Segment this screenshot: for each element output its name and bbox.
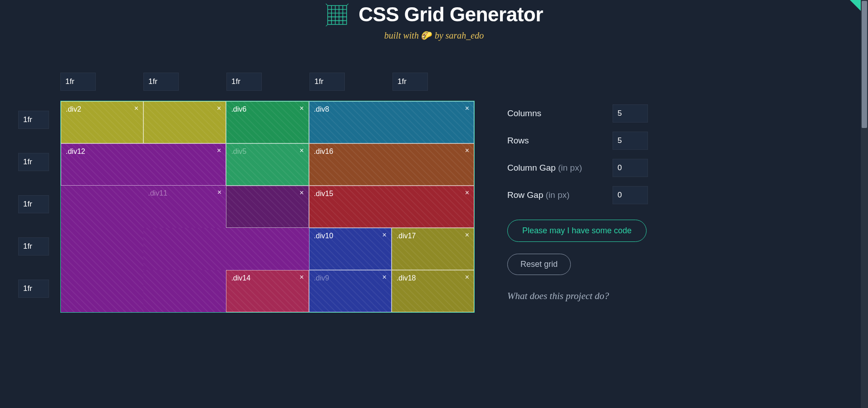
- columns-label: Columns: [507, 108, 541, 118]
- placed-label: .div14: [231, 274, 250, 282]
- rows-input[interactable]: [613, 132, 648, 150]
- close-icon[interactable]: ×: [299, 104, 304, 113]
- close-icon[interactable]: ×: [299, 147, 304, 155]
- row-unit-input-4[interactable]: [18, 280, 49, 298]
- close-icon[interactable]: ×: [465, 273, 469, 281]
- placed-label: .div8: [314, 105, 329, 113]
- close-icon[interactable]: ×: [217, 147, 221, 155]
- placed-item[interactable]: ×: [143, 101, 226, 143]
- placed-label: .div17: [397, 232, 416, 240]
- placed-label: .div2: [66, 105, 81, 113]
- close-icon[interactable]: ×: [465, 147, 469, 155]
- placed-item[interactable]: [143, 228, 309, 270]
- column-unit-input-3[interactable]: [309, 73, 345, 91]
- scrollbar-track[interactable]: [861, 0, 868, 408]
- placed-label: .div9: [314, 274, 329, 282]
- taco-icon: 🌮: [421, 30, 432, 40]
- column-unit-row: [60, 73, 476, 91]
- author-link[interactable]: sarah_edo: [446, 30, 484, 40]
- placed-item[interactable]: .div11×: [143, 186, 226, 228]
- close-icon[interactable]: ×: [217, 104, 221, 113]
- placed-item[interactable]: [143, 270, 226, 312]
- close-icon[interactable]: ×: [465, 231, 469, 239]
- column-gap-input[interactable]: [613, 159, 648, 177]
- close-icon[interactable]: ×: [382, 273, 386, 281]
- row-gap-input[interactable]: [613, 186, 648, 204]
- placed-item[interactable]: .div5×: [226, 143, 309, 186]
- placed-item[interactable]: .div18×: [392, 270, 474, 312]
- row-unit-input-3[interactable]: [18, 237, 49, 256]
- placed-label: .div12: [66, 147, 85, 155]
- close-icon[interactable]: ×: [134, 104, 138, 113]
- close-icon[interactable]: ×: [299, 189, 304, 197]
- page-title: CSS Grid Generator: [358, 3, 543, 26]
- placed-item[interactable]: .div2×: [61, 101, 143, 143]
- controls-panel: Columns Rows Column Gap (in px) Row Gap …: [507, 73, 648, 313]
- row-unit-input-1[interactable]: [18, 153, 49, 171]
- column-unit-input-1[interactable]: [143, 73, 179, 91]
- placed-item[interactable]: .div9×: [309, 270, 392, 312]
- columns-input[interactable]: [613, 104, 648, 123]
- placed-item[interactable]: .div12×: [61, 143, 226, 186]
- column-unit-input-2[interactable]: [226, 73, 262, 91]
- placed-label: .div5: [231, 147, 246, 155]
- placed-item[interactable]: ×: [226, 186, 309, 228]
- row-gap-label: Row Gap (in px): [507, 190, 569, 200]
- row-unit-column: [18, 111, 49, 322]
- placed-label: .div6: [231, 105, 246, 113]
- placed-item[interactable]: [61, 186, 143, 312]
- placed-label: .div15: [314, 190, 333, 197]
- column-unit-input-0[interactable]: [60, 73, 96, 91]
- info-link[interactable]: What does this project do?: [507, 290, 648, 302]
- row-unit-input-0[interactable]: [18, 111, 49, 129]
- column-unit-input-4[interactable]: [392, 73, 428, 91]
- placed-item[interactable]: .div8×: [309, 101, 474, 143]
- row-unit-input-2[interactable]: [18, 195, 49, 213]
- placed-label: .div16: [314, 147, 333, 155]
- placed-label: .div11: [148, 189, 167, 197]
- grid-logo-icon: [325, 3, 348, 26]
- grid-editor: .div2××.div6×.div8×.div12×.div5×.div16×.…: [18, 73, 476, 313]
- placed-label: .div10: [314, 232, 333, 240]
- placed-item[interactable]: .div16×: [309, 143, 474, 186]
- grid-canvas[interactable]: .div2××.div6×.div8×.div12×.div5×.div16×.…: [60, 101, 475, 313]
- reset-grid-button[interactable]: Reset grid: [507, 254, 571, 275]
- close-icon[interactable]: ×: [299, 273, 304, 281]
- placed-item[interactable]: .div15×: [309, 186, 474, 228]
- placed-item[interactable]: .div17×: [392, 228, 474, 270]
- placed-item[interactable]: .div6×: [226, 101, 309, 143]
- close-icon[interactable]: ×: [465, 104, 469, 113]
- subtitle: built with 🌮 by sarah_edo: [0, 30, 868, 41]
- close-icon[interactable]: ×: [217, 188, 221, 197]
- column-gap-label: Column Gap (in px): [507, 163, 582, 173]
- placed-label: .div18: [397, 274, 416, 282]
- scrollbar-thumb[interactable]: [862, 1, 867, 128]
- placed-item[interactable]: .div10×: [309, 228, 392, 270]
- generate-code-button[interactable]: Please may I have some code: [507, 220, 647, 242]
- rows-label: Rows: [507, 136, 529, 146]
- svg-rect-0: [328, 5, 347, 25]
- close-icon[interactable]: ×: [465, 189, 469, 197]
- placed-item[interactable]: .div14×: [226, 270, 309, 312]
- close-icon[interactable]: ×: [382, 231, 386, 239]
